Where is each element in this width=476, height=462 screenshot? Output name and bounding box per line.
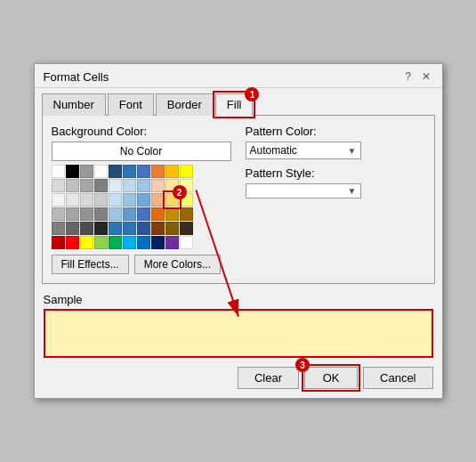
dialog-title: Format Cells xyxy=(44,70,109,84)
tab-font[interactable]: Font xyxy=(108,93,154,116)
more-colors-button[interactable]: More Colors... xyxy=(134,255,221,274)
color-cell[interactable] xyxy=(123,179,136,192)
color-cell[interactable] xyxy=(52,193,65,207)
color-cell[interactable] xyxy=(94,193,108,207)
color-cell[interactable] xyxy=(137,207,150,221)
clear-button[interactable]: Clear xyxy=(238,367,299,389)
pattern-style-arrow: ▼ xyxy=(348,186,357,196)
color-cell[interactable] xyxy=(80,193,93,207)
color-cell[interactable] xyxy=(66,179,79,192)
pattern-style-dropdown[interactable]: ▼ xyxy=(246,183,361,199)
dialog-footer: Clear 3 OK Cancel xyxy=(35,363,442,398)
color-cell[interactable] xyxy=(180,236,193,249)
color-cell[interactable] xyxy=(109,222,122,235)
color-cell[interactable] xyxy=(52,165,65,178)
color-cell[interactable] xyxy=(137,165,150,178)
pattern-color-arrow: ▼ xyxy=(348,146,357,156)
color-cell[interactable] xyxy=(94,165,108,178)
color-cell[interactable] xyxy=(94,222,108,235)
color-cell[interactable] xyxy=(137,222,150,235)
tab-fill[interactable]: Fill 1 xyxy=(215,93,254,116)
help-button[interactable]: ? xyxy=(401,69,415,84)
color-cell[interactable] xyxy=(66,236,79,249)
color-cell[interactable] xyxy=(52,179,65,192)
tab-number[interactable]: Number xyxy=(42,93,106,116)
fill-effects-button[interactable]: Fill Effects... xyxy=(52,255,129,274)
cancel-button[interactable]: Cancel xyxy=(363,367,432,389)
color-cell[interactable] xyxy=(123,165,136,178)
color-cell[interactable] xyxy=(151,207,165,221)
color-cell[interactable] xyxy=(66,207,79,221)
fill-panel: Background Color: No Color 2 Fill Effect… xyxy=(42,115,435,284)
color-row: 2 xyxy=(52,193,231,207)
color-row xyxy=(52,222,231,235)
color-cell[interactable] xyxy=(123,236,136,249)
color-cell[interactable] xyxy=(80,165,93,178)
color-cell[interactable] xyxy=(94,207,108,221)
color-cell[interactable] xyxy=(123,207,136,221)
color-cell[interactable] xyxy=(109,236,122,249)
color-cell[interactable] xyxy=(151,222,165,235)
color-cell[interactable] xyxy=(109,193,122,207)
sample-section: Sample xyxy=(44,293,433,358)
color-cell[interactable] xyxy=(52,236,65,249)
color-cell[interactable] xyxy=(151,165,165,178)
color-cell[interactable] xyxy=(80,236,93,249)
color-row xyxy=(52,236,231,249)
pattern-color-value: Automatic xyxy=(250,144,297,157)
color-cell[interactable] xyxy=(151,193,165,207)
color-cell[interactable] xyxy=(52,207,65,221)
sample-label: Sample xyxy=(44,293,433,306)
color-cell[interactable] xyxy=(137,193,150,207)
color-cell[interactable] xyxy=(165,165,179,178)
color-row xyxy=(52,179,231,192)
color-cell[interactable] xyxy=(94,179,108,192)
ok-button[interactable]: OK xyxy=(304,367,358,389)
color-cell[interactable] xyxy=(109,179,122,192)
color-cell[interactable] xyxy=(180,165,193,178)
color-cell[interactable] xyxy=(66,222,79,235)
color-cell[interactable] xyxy=(80,179,93,192)
color-cell[interactable] xyxy=(180,207,193,221)
no-color-button[interactable]: No Color xyxy=(52,142,231,161)
color-grid: 2 xyxy=(52,165,231,249)
color-cell[interactable] xyxy=(80,222,93,235)
color-cell[interactable] xyxy=(80,207,93,221)
annotation-badge-3: 3 xyxy=(295,358,310,372)
color-cell[interactable] xyxy=(137,179,150,192)
color-row xyxy=(52,165,231,178)
color-cell[interactable] xyxy=(165,207,179,221)
color-cell[interactable] xyxy=(94,236,108,249)
color-cell[interactable] xyxy=(123,193,136,207)
color-cell[interactable] xyxy=(123,222,136,235)
color-cell[interactable]: 2 xyxy=(165,193,179,207)
color-cell[interactable] xyxy=(52,222,65,235)
color-cell[interactable] xyxy=(137,236,150,249)
background-color-label: Background Color: xyxy=(52,125,231,138)
annotation-badge-2: 2 xyxy=(173,185,187,199)
color-cell[interactable] xyxy=(66,193,79,207)
pattern-style-label: Pattern Style: xyxy=(246,166,425,180)
pattern-color-dropdown[interactable]: Automatic ▼ xyxy=(246,142,361,159)
color-cell[interactable] xyxy=(109,207,122,221)
color-cell[interactable] xyxy=(151,179,165,192)
color-cell[interactable] xyxy=(66,165,79,178)
sample-box xyxy=(44,309,433,358)
pattern-color-label: Pattern Color: xyxy=(246,125,425,138)
color-row xyxy=(52,207,231,221)
close-button[interactable]: ✕ xyxy=(419,69,433,84)
color-cell[interactable] xyxy=(165,222,179,235)
color-cell[interactable] xyxy=(180,222,193,235)
tab-border[interactable]: Border xyxy=(156,93,214,116)
tab-bar: Number Font Border Fill 1 xyxy=(35,88,442,115)
annotation-badge-1: 1 xyxy=(245,87,259,101)
color-cell[interactable] xyxy=(165,236,179,249)
color-cell[interactable] xyxy=(109,165,122,178)
color-cell[interactable] xyxy=(151,236,165,249)
